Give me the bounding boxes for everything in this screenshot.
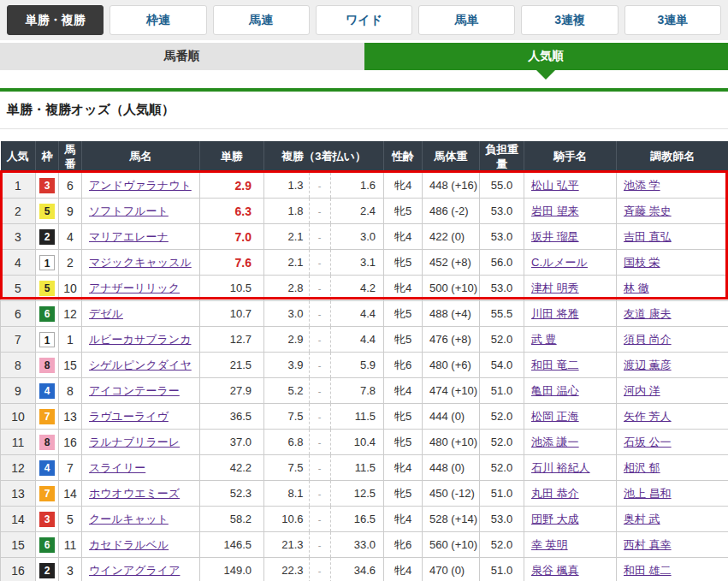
tab-umaren[interactable]: 馬連: [213, 5, 310, 35]
trainer-link[interactable]: 斉藤 崇史: [624, 205, 672, 217]
odds-table-wrap: 人気枠馬番馬名単勝複勝（3着払い）性齢馬体重負担重量騎手名調教師名 136アンド…: [0, 141, 728, 581]
waku-cell: 2: [36, 224, 59, 250]
jockey-link[interactable]: 泉谷 楓真: [531, 564, 579, 577]
horse-name-link[interactable]: スライリー: [89, 461, 145, 474]
tab-tansho-fukusho[interactable]: 単勝・複勝: [7, 5, 104, 35]
horse-name-link[interactable]: ラヴユーライヴ: [89, 410, 169, 423]
tab-wakuren[interactable]: 枠連: [109, 5, 206, 35]
waku-badge: 7: [39, 486, 55, 501]
tab-ninki-jun[interactable]: 人気順: [364, 43, 728, 70]
horse-number-cell: 5: [59, 507, 82, 532]
place-odds-range: 2.8-4.2: [264, 276, 383, 300]
win-odds-cell: 149.0: [200, 558, 264, 581]
trainer-link[interactable]: 和田 雄二: [624, 564, 672, 577]
waku-cell: 3: [36, 173, 59, 199]
trainer-link[interactable]: 友道 康夫: [624, 307, 672, 320]
jockey-link[interactable]: 亀田 温心: [531, 384, 579, 397]
waku-cell: 5: [36, 199, 59, 224]
jockey-link[interactable]: 津村 明秀: [531, 282, 579, 294]
impost-cell: 53.0: [480, 507, 524, 532]
place-odds-low: 2.1: [264, 230, 309, 243]
trainer-link[interactable]: 須貝 尚介: [624, 333, 672, 346]
impost-cell: 55.5: [480, 301, 524, 327]
horse-name-cell: クールキャット: [82, 507, 200, 532]
trainer-link[interactable]: 奥村 武: [624, 513, 660, 525]
jockey-link[interactable]: 池添 謙一: [531, 436, 579, 448]
trainer-cell: 石坂 公一: [617, 430, 728, 455]
tab-umaban-jun[interactable]: 馬番順: [0, 43, 364, 70]
sex-age-cell: 牝4: [384, 276, 423, 301]
horse-name-link[interactable]: クールキャット: [89, 513, 169, 525]
trainer-link[interactable]: 林 徹: [624, 282, 649, 294]
odds-row-rank-1: 136アンドヴァラナウト2.91.3-1.6牝4448 (+16)55.0松山 …: [1, 173, 728, 199]
place-odds-cell: 1.3-1.6: [264, 173, 384, 199]
horse-name-link[interactable]: カセドラルベル: [89, 538, 169, 551]
waku-cell: 3: [36, 507, 59, 532]
place-odds-range: 2.1-3.1: [264, 250, 383, 275]
jockey-link[interactable]: 岩田 望来: [531, 205, 579, 217]
place-odds-range: 3.9-5.9: [264, 353, 383, 377]
place-odds-high: 3.1: [331, 256, 383, 269]
tab-sanrentan[interactable]: 3連単: [624, 5, 721, 35]
win-odds-cell: 12.7: [200, 327, 264, 353]
horse-name-link[interactable]: アナザーリリック: [89, 282, 180, 294]
odds-row-rank-13: 13714ホウオウエミーズ52.38.1-12.5牝5450 (-12)51.0…: [1, 481, 728, 507]
trainer-link[interactable]: 池上 昌和: [624, 487, 672, 500]
horse-name-link[interactable]: ルビーカサブランカ: [89, 333, 191, 346]
horse-name-link[interactable]: ウインアグライア: [89, 564, 180, 577]
sex-age-cell: 牝4: [384, 173, 423, 199]
trainer-link[interactable]: 西村 真幸: [624, 538, 672, 551]
horse-name-link[interactable]: マジックキャッスル: [89, 256, 192, 269]
jockey-link[interactable]: 川田 将雅: [531, 307, 579, 320]
col-header-waku: 枠: [36, 141, 59, 173]
horse-name-cell: ラヴユーライヴ: [82, 404, 200, 430]
trainer-link[interactable]: 池添 学: [624, 179, 660, 192]
impost-cell: 51.0: [480, 558, 524, 581]
jockey-link[interactable]: 丸田 恭介: [531, 487, 579, 500]
jockey-link[interactable]: 武 豊: [531, 333, 557, 346]
tab-umatan[interactable]: 馬単: [418, 5, 515, 35]
jockey-link[interactable]: 松岡 正海: [531, 410, 579, 423]
tab-sanrenpuku[interactable]: 3連複: [521, 5, 618, 35]
horse-name-link[interactable]: ラルナブリラーレ: [89, 436, 180, 448]
trainer-link[interactable]: 渡辺 薫彦: [624, 359, 672, 371]
impost-cell: 52.0: [480, 455, 524, 481]
horse-name-link[interactable]: アイコンテーラー: [89, 384, 180, 397]
jockey-link[interactable]: 坂井 瑠星: [531, 230, 579, 243]
trainer-link[interactable]: 吉田 直弘: [624, 230, 672, 243]
waku-cell: 8: [36, 430, 59, 455]
horse-name-cell: アンドヴァラナウト: [82, 173, 200, 199]
horse-name-link[interactable]: ホウオウエミーズ: [89, 487, 180, 500]
horse-name-link[interactable]: アンドヴァラナウト: [89, 179, 192, 192]
trainer-link[interactable]: 相沢 郁: [624, 461, 660, 474]
place-odds-cell: 7.5-11.5: [264, 404, 384, 430]
place-odds-cell: 1.8-2.4: [264, 199, 384, 224]
tab-wide[interactable]: ワイド: [316, 5, 412, 35]
jockey-link[interactable]: 松山 弘平: [531, 179, 579, 192]
win-odds-cell: 2.9: [200, 173, 264, 199]
col-header-horse: 馬名: [82, 141, 200, 173]
win-odds-cell: 52.3: [200, 481, 264, 507]
horse-number-cell: 8: [59, 378, 82, 404]
odds-row-rank-16: 1623ウインアグライア149.022.3-34.6牝4470 (0)51.0泉…: [1, 558, 728, 581]
trainer-link[interactable]: 河内 洋: [624, 384, 660, 397]
win-odds-cell: 37.0: [200, 430, 264, 455]
col-header-sex_age: 性齢: [384, 141, 423, 173]
horse-number-cell: 2: [59, 250, 82, 276]
horse-number-cell: 11: [59, 532, 82, 558]
trainer-link[interactable]: 国枝 栄: [624, 256, 660, 269]
horse-name-link[interactable]: ソフトフルート: [89, 205, 169, 217]
horse-name-link[interactable]: マリアエレーナ: [89, 230, 169, 243]
jockey-link[interactable]: 団野 大成: [531, 513, 579, 525]
jockey-link[interactable]: C.ルメール: [531, 256, 588, 269]
horse-number-cell: 12: [59, 301, 82, 327]
trainer-link[interactable]: 矢作 芳人: [624, 410, 672, 423]
trainer-link[interactable]: 石坂 公一: [624, 436, 672, 448]
horse-name-link[interactable]: シゲルピンクダイヤ: [89, 359, 192, 371]
jockey-link[interactable]: 和田 竜二: [531, 359, 579, 371]
horse-name-link[interactable]: デゼル: [89, 307, 123, 320]
waku-cell: 7: [36, 481, 59, 507]
jockey-link[interactable]: 幸 英明: [531, 538, 568, 551]
odds-row-rank-14: 1435クールキャット58.210.6-16.5牝4528 (+14)53.0団…: [1, 507, 728, 532]
jockey-link[interactable]: 石川 裕紀人: [531, 461, 590, 474]
